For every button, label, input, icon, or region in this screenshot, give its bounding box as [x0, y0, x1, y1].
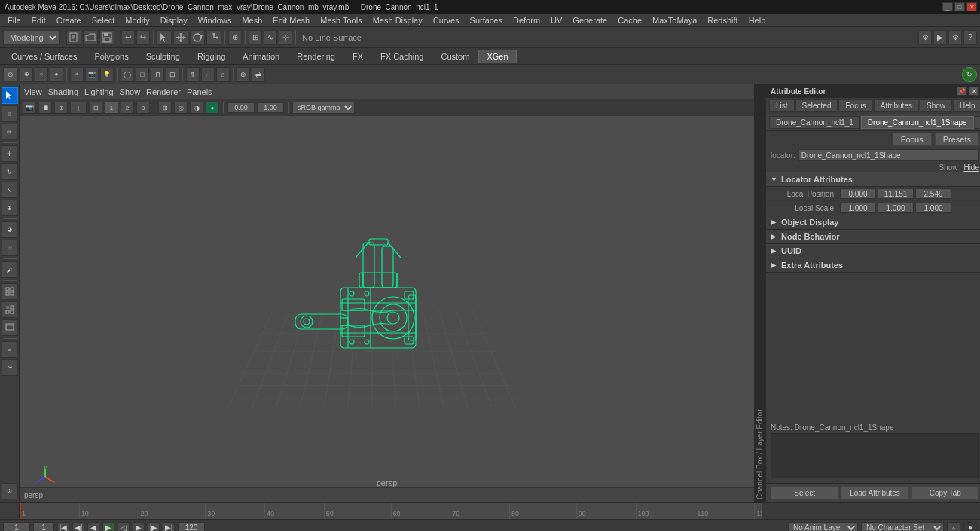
select-btn[interactable]: Select: [771, 486, 838, 500]
attr-tab-help[interactable]: Help: [953, 99, 980, 112]
presets-button[interactable]: Presets: [935, 133, 979, 146]
tab-curves-surfaces[interactable]: Curves / Surfaces: [3, 50, 85, 63]
rotate-left[interactable]: ↻: [2, 163, 18, 180]
start-frame-field[interactable]: [3, 522, 30, 532]
maximize-button[interactable]: □: [954, 2, 965, 11]
vp-menu-show[interactable]: Show: [120, 87, 141, 96]
key-vis-btn[interactable]: ⬦: [947, 522, 960, 532]
select-tool[interactable]: [157, 30, 172, 45]
vp-ambient[interactable]: ●: [206, 102, 219, 114]
select-obj-btn[interactable]: ○: [35, 67, 48, 82]
menu-deform[interactable]: Deform: [508, 15, 545, 26]
vp-stop-btn[interactable]: ⏹: [38, 102, 52, 114]
vp-smooth2[interactable]: 2: [121, 102, 134, 114]
poly-plane[interactable]: ⊡: [166, 67, 179, 82]
extra-attributes-header[interactable]: ▶ Extra Attributes: [766, 258, 980, 273]
menu-windows[interactable]: Windows: [194, 15, 237, 26]
vp-move-btn[interactable]: ⊕: [54, 102, 68, 114]
go-start-btn[interactable]: |◀: [57, 522, 69, 532]
menu-help[interactable]: Help: [744, 15, 771, 26]
vp-menu-panels[interactable]: Panels: [187, 87, 212, 96]
bridge-btn[interactable]: ⌂: [216, 67, 230, 82]
select-all-btn[interactable]: ⊙: [3, 67, 18, 82]
close-button[interactable]: ✕: [966, 2, 977, 11]
vp-menu-renderer[interactable]: Renderer: [146, 87, 181, 96]
paint-weights[interactable]: 🖌: [2, 261, 18, 278]
tab-rigging[interactable]: Rigging: [189, 50, 234, 63]
vp-smooth3[interactable]: 3: [136, 102, 150, 114]
vp-scale-input[interactable]: [257, 102, 284, 113]
local-scale-x[interactable]: [840, 203, 876, 213]
soft-select[interactable]: ⊚: [237, 67, 250, 82]
vp-shading[interactable]: ◑: [190, 102, 203, 114]
menu-modify[interactable]: Modify: [121, 15, 154, 26]
node-tab-3[interactable]: layer_Drone: [975, 116, 980, 129]
manip-left[interactable]: ⊕: [2, 200, 18, 216]
scale-left[interactable]: ⤡: [2, 182, 18, 198]
vp-translate-input[interactable]: [227, 102, 255, 113]
load-attributes-btn[interactable]: Load Attributes: [841, 486, 908, 500]
outliner-btn[interactable]: ≡: [2, 341, 18, 358]
menu-edit-mesh[interactable]: Edit Mesh: [268, 15, 314, 26]
open-file-button[interactable]: [83, 30, 98, 45]
node-tab-1[interactable]: Drone_Cannon_ncl1_1: [769, 116, 860, 129]
menu-display[interactable]: Display: [156, 15, 192, 26]
move-left[interactable]: ✛: [2, 145, 18, 162]
snap-grid[interactable]: ⊞: [249, 30, 262, 45]
attr-pin-btn[interactable]: 📌: [957, 87, 967, 96]
local-pos-z[interactable]: [915, 188, 951, 199]
char-set-selector[interactable]: No Character Set: [861, 522, 944, 532]
menu-cache[interactable]: Cache: [613, 15, 646, 26]
local-scale-y[interactable]: [878, 203, 914, 213]
redo-button[interactable]: ↪: [136, 30, 150, 45]
object-display-header[interactable]: ▶ Object Display: [766, 215, 980, 230]
local-scale-z[interactable]: [915, 203, 951, 213]
prev-frame-btn[interactable]: ◀: [87, 522, 99, 532]
move-tool[interactable]: [173, 30, 188, 45]
locator-input[interactable]: [798, 149, 979, 161]
refresh-btn[interactable]: ↻: [962, 67, 977, 82]
menu-create[interactable]: Create: [52, 15, 86, 26]
settings[interactable]: ⚙: [948, 30, 962, 45]
extrude-btn[interactable]: ⇑: [186, 67, 200, 82]
save-button[interactable]: [99, 30, 114, 45]
settings-left[interactable]: ⚙: [2, 483, 18, 499]
node-tab-2[interactable]: Drone_Cannon_ncl1_1Shape: [861, 116, 974, 129]
tab-custom[interactable]: Custom: [433, 50, 478, 63]
menu-select[interactable]: Select: [87, 15, 120, 26]
local-pos-x[interactable]: [840, 188, 876, 199]
universal-manip[interactable]: ⊕: [228, 30, 242, 45]
attr-tab-focus[interactable]: Focus: [838, 99, 872, 112]
play-back-btn[interactable]: ◁: [118, 522, 130, 532]
poly-sphere[interactable]: ◯: [121, 67, 134, 82]
attr-tab-selected[interactable]: Selected: [795, 99, 838, 112]
soft-mod[interactable]: ◕: [2, 221, 18, 238]
four-view[interactable]: [2, 301, 18, 318]
layer-btn[interactable]: ⚯: [2, 359, 18, 376]
menu-curves[interactable]: Curves: [429, 15, 464, 26]
vp-grid-btn[interactable]: ⊞: [158, 102, 172, 114]
menu-redshift[interactable]: Redshift: [703, 15, 742, 26]
tab-animation[interactable]: Animation: [234, 50, 288, 63]
display-mode[interactable]: [2, 319, 18, 336]
render-settings[interactable]: ⚙: [918, 30, 932, 45]
light-btn[interactable]: 💡: [100, 67, 114, 82]
snap-curve[interactable]: ∿: [264, 30, 277, 45]
menu-mesh[interactable]: Mesh: [237, 15, 267, 26]
paint-select[interactable]: ✏: [2, 124, 18, 140]
node-behavior-header[interactable]: ▶ Node Behavior: [766, 230, 980, 244]
prev-key-btn[interactable]: ◀|: [72, 522, 84, 532]
attr-close-btn[interactable]: ✕: [969, 87, 979, 96]
local-pos-y[interactable]: [878, 188, 914, 199]
select-tool-left[interactable]: [2, 87, 18, 104]
select-comp-btn[interactable]: ●: [50, 67, 63, 82]
render-view[interactable]: ▶: [933, 30, 947, 45]
rotate-tool[interactable]: [190, 30, 205, 45]
undo-button[interactable]: ↩: [121, 30, 135, 45]
snap-live[interactable]: ⌖: [70, 67, 84, 82]
new-scene-button[interactable]: [66, 30, 81, 45]
tab-xgen[interactable]: XGen: [478, 50, 516, 63]
hide-link[interactable]: Hide: [963, 163, 979, 172]
attr-tab-show[interactable]: Show: [920, 99, 952, 112]
lasso-tool[interactable]: ⊂: [2, 105, 18, 122]
